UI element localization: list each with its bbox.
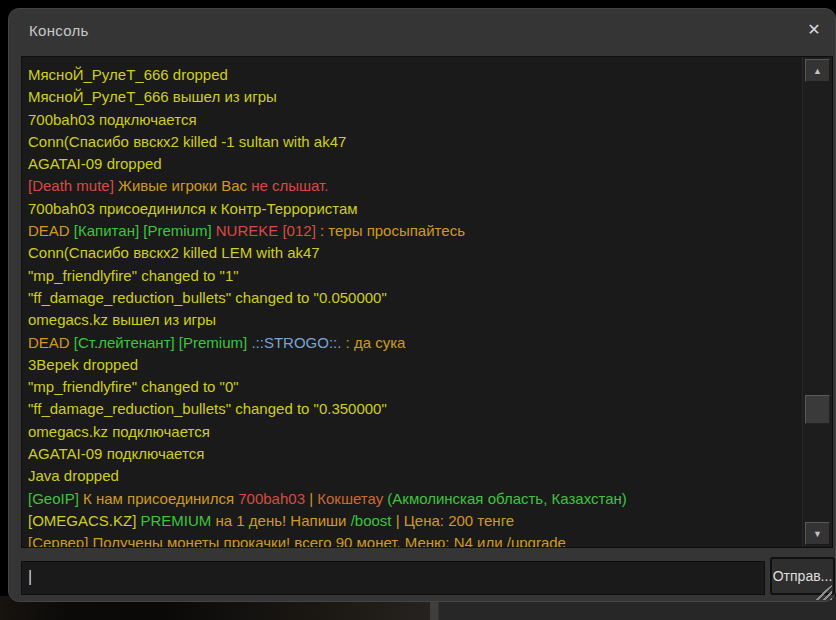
console-line: [OMEGACS.KZ] PREMIUM на 1 день! Напиши /…: [28, 510, 797, 532]
console-line: МясноЙ_РулеТ_666 dropped: [28, 64, 797, 86]
console-line: Conn(Спасибо ввскх2 killed LEM with ak47: [28, 242, 797, 264]
console-input[interactable]: |: [21, 561, 765, 595]
scroll-down-icon[interactable]: ▼: [805, 522, 830, 545]
console-line: Conn(Спасибо ввскх2 killed -1 sultan wit…: [28, 131, 797, 153]
titlebar[interactable]: Консоль ✕: [9, 9, 835, 55]
console-line: 3Bepek dropped: [28, 354, 797, 376]
console-line: [Death mute] Живые игроки Вас не слышат.: [28, 175, 797, 197]
console-line: Java dropped: [28, 465, 797, 487]
console-line: "mp_friendlyfire" changed to "1": [28, 265, 797, 287]
console-line: omegacs.kz подключается: [28, 421, 797, 443]
close-icon[interactable]: ✕: [802, 18, 826, 42]
console-log-panel: МясноЙ_РулеТ_666 droppedМясноЙ_РулеТ_666…: [21, 56, 833, 548]
console-line: "ff_damage_reduction_bullets" changed to…: [28, 287, 797, 309]
scrollbar[interactable]: ▲ ▼: [802, 57, 832, 547]
console-line: "ff_damage_reduction_bullets" changed to…: [28, 398, 797, 420]
console-line: DEAD [Капитан] [Premium] NUREKE [012] : …: [28, 220, 797, 242]
text-caret: |: [28, 568, 32, 586]
console-line: omegacs.kz вышел из игры: [28, 309, 797, 331]
console-window: Консоль ✕ МясноЙ_РулеТ_666 droppedМясноЙ…: [8, 8, 836, 602]
console-line: 700bah03 подключается: [28, 109, 797, 131]
window-title: Консоль: [29, 22, 89, 39]
console-line: "mp_friendlyfire" changed to "0": [28, 376, 797, 398]
send-button[interactable]: Отправ...: [770, 557, 835, 595]
console-line: МясноЙ_РулеТ_666 вышел из игры: [28, 86, 797, 108]
console-line: DEAD [Ст.лейтенант] [Premium] .::STROGO:…: [28, 332, 797, 354]
console-line: AGATAI-09 подключается: [28, 443, 797, 465]
console-line: 700bah03 присоединился к Контр-Террорист…: [28, 198, 797, 220]
scrollbar-thumb[interactable]: [805, 395, 830, 424]
scroll-up-icon[interactable]: ▲: [805, 59, 830, 82]
console-line: [GeoIP] К нам присоединился 700bah03 | К…: [28, 488, 797, 510]
console-line: AGATAI-09 dropped: [28, 153, 797, 175]
console-line: [Сервер] Получены монеты прокачки! всего…: [28, 532, 797, 547]
console-log-lines: МясноЙ_РулеТ_666 droppedМясноЙ_РулеТ_666…: [22, 57, 801, 547]
